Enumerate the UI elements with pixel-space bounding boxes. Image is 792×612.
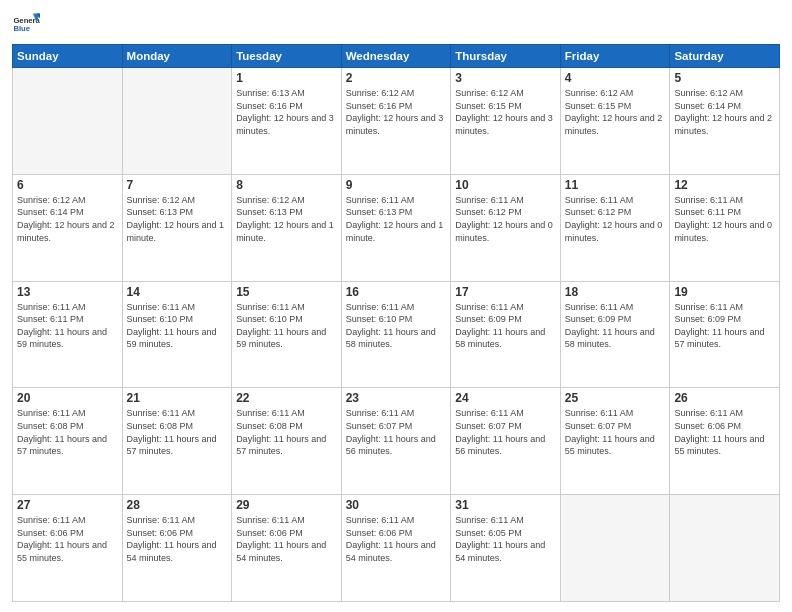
calendar-cell (13, 68, 123, 175)
weekday-header-wednesday: Wednesday (341, 45, 451, 68)
logo-icon: General Blue (12, 10, 40, 38)
calendar-cell (670, 495, 780, 602)
calendar-cell: 25Sunrise: 6:11 AM Sunset: 6:07 PM Dayli… (560, 388, 670, 495)
calendar-cell: 15Sunrise: 6:11 AM Sunset: 6:10 PM Dayli… (232, 281, 342, 388)
day-info: Sunrise: 6:12 AM Sunset: 6:13 PM Dayligh… (236, 194, 337, 244)
day-number: 10 (455, 178, 556, 192)
day-info: Sunrise: 6:11 AM Sunset: 6:08 PM Dayligh… (236, 407, 337, 457)
day-number: 7 (127, 178, 228, 192)
calendar-cell: 26Sunrise: 6:11 AM Sunset: 6:06 PM Dayli… (670, 388, 780, 495)
day-info: Sunrise: 6:11 AM Sunset: 6:09 PM Dayligh… (674, 301, 775, 351)
calendar-cell: 27Sunrise: 6:11 AM Sunset: 6:06 PM Dayli… (13, 495, 123, 602)
calendar-cell: 30Sunrise: 6:11 AM Sunset: 6:06 PM Dayli… (341, 495, 451, 602)
day-number: 16 (346, 285, 447, 299)
day-number: 18 (565, 285, 666, 299)
weekday-header-thursday: Thursday (451, 45, 561, 68)
day-info: Sunrise: 6:11 AM Sunset: 6:10 PM Dayligh… (236, 301, 337, 351)
calendar-cell: 7Sunrise: 6:12 AM Sunset: 6:13 PM Daylig… (122, 174, 232, 281)
day-number: 5 (674, 71, 775, 85)
calendar-cell: 22Sunrise: 6:11 AM Sunset: 6:08 PM Dayli… (232, 388, 342, 495)
calendar-cell: 23Sunrise: 6:11 AM Sunset: 6:07 PM Dayli… (341, 388, 451, 495)
weekday-header-sunday: Sunday (13, 45, 123, 68)
logo: General Blue (12, 10, 40, 38)
calendar-cell: 14Sunrise: 6:11 AM Sunset: 6:10 PM Dayli… (122, 281, 232, 388)
day-info: Sunrise: 6:11 AM Sunset: 6:09 PM Dayligh… (565, 301, 666, 351)
calendar-cell: 10Sunrise: 6:11 AM Sunset: 6:12 PM Dayli… (451, 174, 561, 281)
day-info: Sunrise: 6:11 AM Sunset: 6:07 PM Dayligh… (455, 407, 556, 457)
calendar-cell: 12Sunrise: 6:11 AM Sunset: 6:11 PM Dayli… (670, 174, 780, 281)
day-number: 19 (674, 285, 775, 299)
day-number: 24 (455, 391, 556, 405)
day-info: Sunrise: 6:11 AM Sunset: 6:10 PM Dayligh… (346, 301, 447, 351)
day-number: 2 (346, 71, 447, 85)
day-number: 23 (346, 391, 447, 405)
calendar-cell: 5Sunrise: 6:12 AM Sunset: 6:14 PM Daylig… (670, 68, 780, 175)
day-info: Sunrise: 6:12 AM Sunset: 6:13 PM Dayligh… (127, 194, 228, 244)
calendar-cell: 16Sunrise: 6:11 AM Sunset: 6:10 PM Dayli… (341, 281, 451, 388)
calendar-cell: 3Sunrise: 6:12 AM Sunset: 6:15 PM Daylig… (451, 68, 561, 175)
day-number: 30 (346, 498, 447, 512)
calendar-cell: 28Sunrise: 6:11 AM Sunset: 6:06 PM Dayli… (122, 495, 232, 602)
day-number: 21 (127, 391, 228, 405)
day-number: 31 (455, 498, 556, 512)
weekday-header-friday: Friday (560, 45, 670, 68)
day-number: 6 (17, 178, 118, 192)
day-info: Sunrise: 6:11 AM Sunset: 6:11 PM Dayligh… (674, 194, 775, 244)
day-number: 28 (127, 498, 228, 512)
day-info: Sunrise: 6:11 AM Sunset: 6:06 PM Dayligh… (346, 514, 447, 564)
day-number: 12 (674, 178, 775, 192)
calendar-cell: 21Sunrise: 6:11 AM Sunset: 6:08 PM Dayli… (122, 388, 232, 495)
day-number: 9 (346, 178, 447, 192)
day-info: Sunrise: 6:11 AM Sunset: 6:08 PM Dayligh… (127, 407, 228, 457)
day-info: Sunrise: 6:11 AM Sunset: 6:06 PM Dayligh… (236, 514, 337, 564)
day-info: Sunrise: 6:12 AM Sunset: 6:14 PM Dayligh… (674, 87, 775, 137)
calendar-cell: 18Sunrise: 6:11 AM Sunset: 6:09 PM Dayli… (560, 281, 670, 388)
calendar-cell: 19Sunrise: 6:11 AM Sunset: 6:09 PM Dayli… (670, 281, 780, 388)
day-info: Sunrise: 6:11 AM Sunset: 6:08 PM Dayligh… (17, 407, 118, 457)
calendar-cell: 20Sunrise: 6:11 AM Sunset: 6:08 PM Dayli… (13, 388, 123, 495)
calendar-cell: 17Sunrise: 6:11 AM Sunset: 6:09 PM Dayli… (451, 281, 561, 388)
calendar-cell: 13Sunrise: 6:11 AM Sunset: 6:11 PM Dayli… (13, 281, 123, 388)
day-number: 15 (236, 285, 337, 299)
calendar-cell: 24Sunrise: 6:11 AM Sunset: 6:07 PM Dayli… (451, 388, 561, 495)
day-number: 27 (17, 498, 118, 512)
day-info: Sunrise: 6:11 AM Sunset: 6:06 PM Dayligh… (674, 407, 775, 457)
day-number: 14 (127, 285, 228, 299)
day-number: 1 (236, 71, 337, 85)
calendar-cell: 29Sunrise: 6:11 AM Sunset: 6:06 PM Dayli… (232, 495, 342, 602)
calendar-cell: 6Sunrise: 6:12 AM Sunset: 6:14 PM Daylig… (13, 174, 123, 281)
day-number: 3 (455, 71, 556, 85)
day-info: Sunrise: 6:11 AM Sunset: 6:06 PM Dayligh… (127, 514, 228, 564)
day-info: Sunrise: 6:12 AM Sunset: 6:15 PM Dayligh… (565, 87, 666, 137)
day-info: Sunrise: 6:11 AM Sunset: 6:07 PM Dayligh… (346, 407, 447, 457)
day-info: Sunrise: 6:12 AM Sunset: 6:16 PM Dayligh… (346, 87, 447, 137)
weekday-header-monday: Monday (122, 45, 232, 68)
day-info: Sunrise: 6:11 AM Sunset: 6:13 PM Dayligh… (346, 194, 447, 244)
calendar-cell: 11Sunrise: 6:11 AM Sunset: 6:12 PM Dayli… (560, 174, 670, 281)
day-number: 13 (17, 285, 118, 299)
day-info: Sunrise: 6:11 AM Sunset: 6:12 PM Dayligh… (455, 194, 556, 244)
day-number: 11 (565, 178, 666, 192)
day-info: Sunrise: 6:11 AM Sunset: 6:09 PM Dayligh… (455, 301, 556, 351)
calendar-cell (122, 68, 232, 175)
day-info: Sunrise: 6:12 AM Sunset: 6:15 PM Dayligh… (455, 87, 556, 137)
day-number: 26 (674, 391, 775, 405)
calendar-cell (560, 495, 670, 602)
calendar-cell: 8Sunrise: 6:12 AM Sunset: 6:13 PM Daylig… (232, 174, 342, 281)
day-info: Sunrise: 6:11 AM Sunset: 6:05 PM Dayligh… (455, 514, 556, 564)
weekday-header-saturday: Saturday (670, 45, 780, 68)
day-number: 17 (455, 285, 556, 299)
day-number: 8 (236, 178, 337, 192)
day-number: 25 (565, 391, 666, 405)
calendar-cell: 31Sunrise: 6:11 AM Sunset: 6:05 PM Dayli… (451, 495, 561, 602)
day-number: 20 (17, 391, 118, 405)
calendar-table: SundayMondayTuesdayWednesdayThursdayFrid… (12, 44, 780, 602)
day-info: Sunrise: 6:12 AM Sunset: 6:14 PM Dayligh… (17, 194, 118, 244)
weekday-header-tuesday: Tuesday (232, 45, 342, 68)
day-info: Sunrise: 6:11 AM Sunset: 6:11 PM Dayligh… (17, 301, 118, 351)
day-number: 22 (236, 391, 337, 405)
day-info: Sunrise: 6:11 AM Sunset: 6:10 PM Dayligh… (127, 301, 228, 351)
day-info: Sunrise: 6:13 AM Sunset: 6:16 PM Dayligh… (236, 87, 337, 137)
day-number: 29 (236, 498, 337, 512)
day-info: Sunrise: 6:11 AM Sunset: 6:06 PM Dayligh… (17, 514, 118, 564)
